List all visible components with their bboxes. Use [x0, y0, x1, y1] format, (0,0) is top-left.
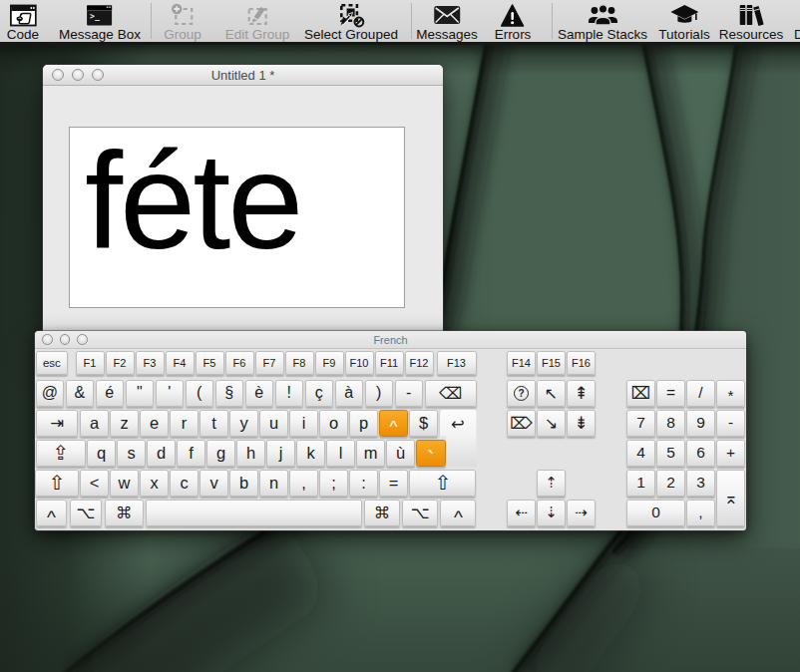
key-6[interactable]: 6: [686, 440, 715, 467]
key-circumflex-dead-key[interactable]: ^: [379, 410, 408, 437]
key-k[interactable]: k: [296, 440, 325, 467]
key-f5[interactable]: F5: [196, 351, 224, 375]
key-i[interactable]: i: [289, 410, 318, 437]
key-e[interactable]: e: [140, 410, 169, 437]
key-g[interactable]: g: [206, 440, 235, 467]
key-esc[interactable]: esc: [36, 351, 68, 375]
key-4[interactable]: 4: [626, 440, 655, 467]
key-w[interactable]: w: [110, 470, 139, 497]
key-é[interactable]: é: [96, 380, 125, 407]
key-f4[interactable]: F4: [166, 351, 195, 375]
key-([interactable]: (: [186, 380, 214, 407]
key-l[interactable]: l: [326, 440, 355, 467]
key-9[interactable]: 9: [686, 410, 715, 437]
key-numpad-equals[interactable]: =: [656, 380, 685, 407]
toolbar-item-tutorials[interactable]: Tutorials: [658, 0, 709, 42]
key-arrow-down[interactable]: ⇣: [537, 500, 566, 526]
key-f11[interactable]: F11: [375, 351, 404, 375]
key-control-left[interactable]: ^: [36, 500, 68, 526]
key-f[interactable]: f: [177, 440, 205, 467]
key-8[interactable]: 8: [656, 410, 685, 437]
key-j[interactable]: j: [266, 440, 295, 467]
key-arrow-right[interactable]: ⇢: [567, 500, 596, 526]
toolbar-item-code[interactable]: Code: [7, 0, 39, 42]
key-r[interactable]: r: [170, 410, 199, 437]
key-page-down[interactable]: ⇟: [567, 410, 596, 437]
key-f12[interactable]: F12: [405, 351, 434, 375]
key-'[interactable]: ': [156, 380, 185, 407]
key-tab[interactable]: ⇥: [36, 410, 79, 437]
key-<[interactable]: <: [80, 470, 109, 497]
toolbar-item-sample-stacks[interactable]: Sample Stacks: [558, 0, 647, 42]
key-z[interactable]: z: [110, 410, 139, 437]
key-end[interactable]: ↘: [537, 410, 566, 437]
key-è[interactable]: è: [245, 380, 274, 407]
key-h[interactable]: h: [236, 440, 265, 467]
key-)[interactable]: ): [365, 380, 394, 407]
key-d[interactable]: d: [147, 440, 176, 467]
key-home[interactable]: ↖: [537, 380, 566, 407]
key-f8[interactable]: F8: [285, 351, 314, 375]
key-p[interactable]: p: [349, 410, 378, 437]
key-c[interactable]: c: [170, 470, 199, 497]
key-numpad-enter[interactable]: ⌅: [716, 470, 745, 526]
key-space[interactable]: [146, 500, 362, 526]
key-,[interactable]: ,: [686, 500, 715, 526]
key-f6[interactable]: F6: [225, 351, 254, 375]
key-caps-lock[interactable]: ⇪: [36, 440, 87, 467]
key-f10[interactable]: F10: [345, 351, 374, 375]
key-v[interactable]: v: [200, 470, 228, 497]
key-ç[interactable]: ç: [305, 380, 334, 407]
document-window-titlebar[interactable]: Untitled 1 *: [43, 65, 443, 86]
key-@[interactable]: @: [36, 380, 65, 407]
key-control-right[interactable]: ^: [440, 500, 476, 526]
key-0[interactable]: 0: [626, 500, 685, 526]
key-q[interactable]: q: [87, 440, 116, 467]
key-shift-right[interactable]: ⇧: [409, 470, 476, 497]
key-![interactable]: !: [275, 380, 304, 407]
key-help[interactable]: ?: [507, 380, 536, 407]
toolbar-item-message-box[interactable]: >_ Message Box: [59, 0, 141, 42]
key-&[interactable]: &: [66, 380, 95, 407]
key-f13[interactable]: F13: [437, 351, 477, 375]
key-f2[interactable]: F2: [106, 351, 135, 375]
key-f16[interactable]: F16: [567, 351, 596, 375]
key-f3[interactable]: F3: [136, 351, 165, 375]
key-arrow-left[interactable]: ⇠: [507, 500, 536, 526]
toolbar-item-errors[interactable]: Errors: [495, 0, 532, 42]
key-n[interactable]: n: [259, 470, 288, 497]
key-numpad-divide[interactable]: /: [686, 380, 715, 407]
key-f9[interactable]: F9: [315, 351, 344, 375]
key-numpad-clear[interactable]: ⌧: [626, 380, 655, 407]
key-grave-dead-key[interactable]: `: [416, 440, 446, 467]
key-command-left[interactable]: ⌘: [105, 500, 144, 526]
key-ù[interactable]: ù: [386, 440, 415, 467]
toolbar-item-messages[interactable]: Messages: [416, 0, 478, 42]
key-"[interactable]: ": [126, 380, 155, 407]
key-b[interactable]: b: [229, 470, 258, 497]
key-numpad-multiply[interactable]: *: [716, 380, 745, 407]
key-2[interactable]: 2: [656, 470, 685, 497]
key-y[interactable]: y: [229, 410, 258, 437]
keyboard-viewer-titlebar[interactable]: French: [35, 331, 746, 349]
key-o[interactable]: o: [319, 410, 348, 437]
key-option-left[interactable]: ⌥: [70, 500, 102, 526]
toolbar-item-select-grouped[interactable]: Select Grouped: [304, 0, 398, 42]
toolbar-item-resources[interactable]: Resources: [719, 0, 784, 42]
key-7[interactable]: 7: [626, 410, 655, 437]
key-3[interactable]: 3: [686, 470, 715, 497]
key-page-up[interactable]: ⇞: [567, 380, 596, 407]
toolbar-item-edit-group[interactable]: Edit Group: [225, 0, 290, 42]
key-arrow-up[interactable]: ⇡: [537, 470, 566, 497]
key-numpad-plus[interactable]: +: [716, 440, 745, 467]
key-option-right[interactable]: ⌥: [402, 500, 438, 526]
key-u[interactable]: u: [259, 410, 288, 437]
key-;[interactable]: ;: [319, 470, 348, 497]
key-1[interactable]: 1: [626, 470, 655, 497]
key-f7[interactable]: F7: [255, 351, 284, 375]
key-$[interactable]: $: [409, 410, 438, 437]
key-à[interactable]: à: [335, 380, 364, 407]
key-t[interactable]: t: [200, 410, 228, 437]
key--[interactable]: -: [395, 380, 424, 407]
key-x[interactable]: x: [140, 470, 169, 497]
